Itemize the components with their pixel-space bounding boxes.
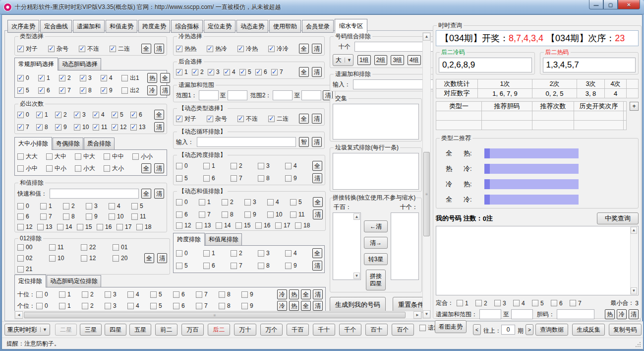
button-全[interactable]: 全 bbox=[299, 114, 309, 124]
button-清[interactable]: 清 bbox=[157, 253, 167, 263]
checkbox-3[interactable]: 3 bbox=[494, 300, 513, 307]
checkbox-9[interactable]: 9 bbox=[241, 291, 264, 298]
checkbox-2[interactable]: 2 bbox=[192, 69, 208, 75]
checkbox-1[interactable]: 1 bbox=[36, 111, 55, 118]
checkbox-小大[interactable]: 小大 bbox=[75, 164, 104, 173]
expand-button[interactable]: + bbox=[630, 102, 639, 111]
button-百十[interactable]: 百十 bbox=[365, 324, 388, 336]
checkbox-杂号[interactable]: 杂号 bbox=[207, 115, 237, 123]
checkbox-9[interactable]: 9 bbox=[101, 87, 121, 94]
button-万十[interactable]: 万十 bbox=[234, 324, 256, 336]
checkbox-对子[interactable]: 对子 bbox=[176, 115, 207, 123]
recommend-bar[interactable] bbox=[484, 179, 579, 189]
checkbox-11[interactable]: 11 bbox=[93, 124, 112, 131]
scroll-left-icon[interactable]: ◄ bbox=[15, 311, 23, 319]
checkbox-1[interactable]: 1 bbox=[176, 69, 192, 75]
checkbox-9[interactable]: 9 bbox=[244, 211, 267, 218]
tab-质合排除[interactable]: 质合排除 bbox=[84, 138, 115, 149]
button-4组[interactable]: 4组 bbox=[408, 55, 421, 65]
tab-综合指标[interactable]: 综合指标 bbox=[171, 20, 203, 33]
button-千百[interactable]: 千百 bbox=[287, 324, 309, 336]
checkbox-3[interactable]: 3 bbox=[105, 302, 127, 309]
button-四星[interactable]: 四星 bbox=[105, 324, 126, 336]
checkbox-8[interactable]: 8 bbox=[222, 211, 244, 218]
button-清[interactable]: 清 bbox=[312, 44, 322, 54]
checkbox-01[interactable]: 01 bbox=[113, 244, 144, 251]
tab-缩水专区[interactable]: 缩水专区 bbox=[335, 19, 367, 33]
checkbox-杂号[interactable]: 杂号 bbox=[48, 45, 79, 53]
checkbox-16[interactable]: 16 bbox=[255, 222, 275, 229]
checkbox-出1[interactable]: 出1 bbox=[121, 74, 147, 82]
checkbox-2[interactable]: 2 bbox=[63, 203, 86, 210]
button-清[interactable]: 清 bbox=[154, 44, 164, 54]
tab-遗漏加和[interactable]: 遗漏加和 bbox=[73, 20, 105, 33]
checkbox-5[interactable]: 5 bbox=[17, 87, 38, 94]
button-2组[interactable]: 2组 bbox=[374, 55, 388, 65]
button-清[interactable]: 清 bbox=[313, 210, 323, 219]
button-清[interactable]: 清 bbox=[312, 137, 322, 147]
copy-numbers-button[interactable]: 复制号码 bbox=[609, 324, 642, 336]
my-numbers-textarea[interactable]: ▲ ▼ bbox=[436, 226, 639, 295]
button-全[interactable]: 全 bbox=[312, 248, 322, 258]
checkbox-1[interactable]: 1 bbox=[203, 250, 231, 257]
checkbox-7[interactable]: 7 bbox=[570, 300, 588, 307]
checkbox-0[interactable]: 0 bbox=[176, 162, 203, 169]
checkbox-6[interactable]: 6 bbox=[203, 175, 231, 182]
checkbox-10[interactable]: 10 bbox=[109, 213, 131, 220]
checkbox-二连[interactable]: 二连 bbox=[268, 115, 299, 123]
checkbox-3[interactable]: 3 bbox=[74, 111, 93, 118]
checkbox-8[interactable]: 8 bbox=[80, 87, 101, 94]
tab-定位排除[interactable]: 定位排除 bbox=[14, 275, 46, 287]
button-热[interactable]: 热 bbox=[147, 73, 157, 83]
my-numbers-scrollbar[interactable]: ▲ ▼ bbox=[630, 227, 638, 294]
checkbox-3[interactable]: 3 bbox=[244, 199, 267, 206]
checkbox-21[interactable]: 21 bbox=[17, 266, 49, 273]
button-全[interactable]: 全 bbox=[301, 289, 311, 299]
button-全[interactable]: 全 bbox=[154, 110, 164, 120]
button-千十[interactable]: 千十 bbox=[313, 324, 335, 336]
tab-奇偶排除[interactable]: 奇偶排除 bbox=[53, 138, 83, 149]
danma-input[interactable] bbox=[557, 309, 594, 319]
tab-常规胆码选择[interactable]: 常规胆码选择 bbox=[14, 58, 58, 70]
checkbox-大大[interactable]: 大大 bbox=[17, 152, 46, 161]
recommend-bar[interactable] bbox=[484, 148, 579, 158]
checkbox-5[interactable]: 5 bbox=[239, 69, 255, 75]
checkbox-7[interactable]: 7 bbox=[231, 262, 258, 269]
checkbox-3[interactable]: 3 bbox=[86, 203, 109, 210]
checkbox-6[interactable]: 6 bbox=[17, 213, 40, 220]
checkbox-5[interactable]: 5 bbox=[131, 203, 154, 210]
button-冷[interactable]: 冷 bbox=[277, 301, 287, 311]
button-热[interactable]: 热 bbox=[605, 309, 615, 319]
range1-from-input[interactable] bbox=[199, 90, 219, 100]
checkbox-1[interactable]: 1 bbox=[457, 300, 475, 307]
button-全[interactable]: 全 bbox=[312, 161, 322, 171]
button-全[interactable]: 全 bbox=[141, 189, 151, 199]
quick-sum-input[interactable] bbox=[50, 189, 139, 199]
button-全[interactable]: 全 bbox=[313, 197, 323, 207]
tab-动态走势[interactable]: 动态走势 bbox=[236, 20, 268, 33]
checkbox-4[interactable]: 4 bbox=[267, 199, 290, 206]
checkbox-18[interactable]: 18 bbox=[136, 223, 156, 230]
checkbox-6[interactable]: 6 bbox=[38, 87, 59, 94]
checkbox-14[interactable]: 14 bbox=[57, 223, 77, 230]
checkbox-中大[interactable]: 中大 bbox=[75, 152, 104, 161]
checkbox-小中[interactable]: 小中 bbox=[17, 164, 46, 173]
checkbox-14[interactable]: 14 bbox=[216, 222, 235, 229]
checkbox-8[interactable]: 8 bbox=[258, 175, 285, 182]
jiaoji-textarea[interactable] bbox=[333, 104, 419, 140]
recommend-bar[interactable] bbox=[484, 195, 579, 205]
button-清[interactable]: 清 bbox=[154, 189, 164, 199]
checkbox-1[interactable]: 1 bbox=[203, 162, 231, 169]
checkbox-02[interactable]: 02 bbox=[17, 255, 49, 262]
invert-set-button[interactable]: 生成反集 bbox=[572, 324, 605, 336]
checkbox-小小[interactable]: 小小 bbox=[132, 152, 161, 161]
button-冷[interactable]: 冷 bbox=[147, 85, 157, 95]
checkbox-00[interactable]: 00 bbox=[17, 244, 49, 251]
tab-会员登录[interactable]: 会员登录 bbox=[302, 20, 334, 33]
checkbox-4[interactable]: 4 bbox=[285, 250, 312, 257]
checkbox-0[interactable]: 0 bbox=[36, 291, 59, 298]
checkbox-7[interactable]: 7 bbox=[196, 302, 219, 309]
checkbox-7[interactable]: 7 bbox=[199, 211, 222, 218]
chart-trend-button[interactable]: 看图走势 bbox=[435, 320, 467, 333]
tab-跨度走势[interactable]: 跨度走势 bbox=[138, 20, 170, 33]
